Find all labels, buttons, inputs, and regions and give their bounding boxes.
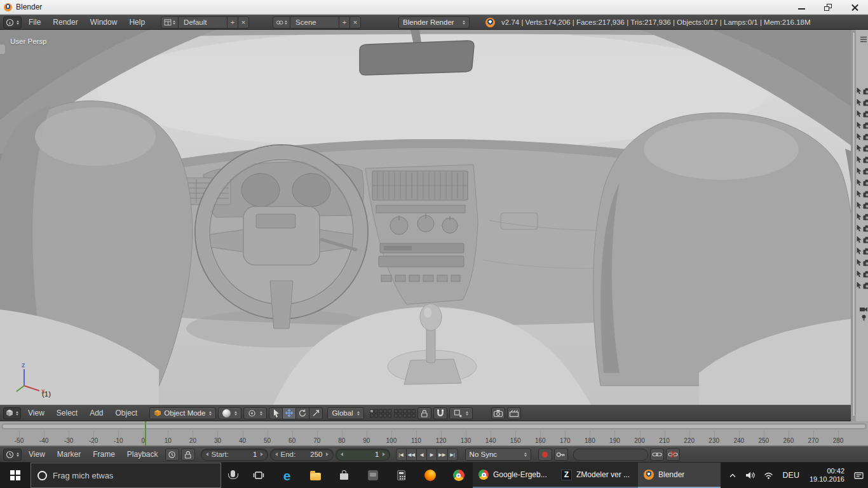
task-zmodeler[interactable]: Z ZModeler ver ... — [555, 463, 638, 488]
timeline-ruler[interactable]: -50-40-30-20-100102030405060708090100110… — [0, 421, 868, 446]
increment-arrow-icon[interactable] — [383, 452, 385, 456]
cortana-search-box[interactable]: Frag mich etwas — [31, 463, 221, 488]
editor-type-selector-timeline[interactable] — [3, 449, 22, 461]
task-blender[interactable]: Blender — [638, 463, 721, 488]
close-button[interactable] — [841, 0, 868, 14]
outliner-row[interactable] — [856, 156, 868, 163]
transform-orientation-selector[interactable]: Global — [327, 407, 363, 419]
manipulator-translate-button[interactable] — [282, 407, 296, 419]
menu-tl-frame[interactable]: Frame — [88, 450, 120, 459]
menu-tl-marker[interactable]: Marker — [52, 450, 86, 459]
snap-toggle[interactable] — [433, 407, 447, 419]
volume-button[interactable] — [741, 463, 759, 488]
screen-layout-add-button[interactable]: + — [227, 17, 238, 29]
taskbar-app-explorer[interactable] — [301, 463, 330, 488]
layer-cell[interactable] — [374, 414, 378, 417]
start-button[interactable] — [0, 463, 31, 488]
opengl-render-animation-button[interactable] — [507, 407, 521, 419]
layer-cell[interactable] — [394, 409, 398, 413]
layer-cell[interactable] — [407, 409, 411, 413]
outliner-row[interactable] — [856, 87, 868, 95]
decrement-arrow-icon[interactable] — [206, 452, 208, 456]
outliner-row[interactable] — [856, 98, 868, 106]
outliner-row[interactable] — [856, 190, 868, 198]
task-chrome-google[interactable]: Google-Ergeb... — [473, 463, 555, 488]
layer-cell[interactable] — [379, 414, 383, 417]
timeline-playhead[interactable] — [145, 421, 146, 445]
menu-window[interactable]: Window — [85, 18, 123, 27]
manipulator-rotate-button[interactable] — [295, 407, 309, 419]
screen-layout-value[interactable]: Default — [178, 17, 227, 29]
playback-button-2[interactable]: ◀ — [416, 449, 427, 461]
playback-button-3[interactable]: ▶ — [426, 449, 437, 461]
timeline-scrollbar-handle[interactable] — [2, 424, 866, 429]
menu-add[interactable]: Add — [85, 409, 108, 417]
tray-chevron-button[interactable] — [724, 463, 741, 488]
playback-button-4[interactable]: ▶▶ — [437, 449, 448, 461]
outliner-row[interactable] — [856, 121, 868, 129]
microphone-button[interactable] — [221, 463, 244, 488]
keying-set-field[interactable] — [573, 449, 648, 461]
scene-browse-button[interactable] — [273, 17, 290, 29]
viewport-3d[interactable]: User Persp (1) z x — [0, 30, 868, 405]
minimize-button[interactable] — [788, 0, 815, 14]
menu-view[interactable]: View — [23, 409, 50, 417]
taskbar-app-store[interactable] — [330, 463, 358, 488]
layer-cell[interactable] — [394, 414, 398, 417]
outliner-editor-icon[interactable] — [860, 34, 867, 45]
manipulator-toggle-button[interactable] — [269, 407, 283, 419]
layer-cell[interactable] — [379, 409, 383, 413]
layer-cell[interactable] — [398, 409, 402, 413]
taskbar-app-edge[interactable]: e — [273, 463, 301, 488]
decrement-arrow-icon[interactable] — [275, 452, 278, 456]
outliner-camera-item[interactable] — [859, 306, 868, 313]
taskbar-app-generic[interactable] — [358, 463, 387, 488]
taskbar-app-chrome[interactable] — [444, 463, 473, 488]
unbind-camera-button[interactable] — [666, 449, 680, 461]
outliner-row[interactable] — [856, 179, 868, 186]
pivot-point-selector[interactable] — [243, 407, 267, 419]
layer-cell[interactable] — [398, 414, 402, 417]
task-view-button[interactable] — [244, 463, 273, 488]
menu-tl-view[interactable]: View — [24, 450, 50, 459]
render-engine-selector[interactable]: Blender Render — [398, 17, 470, 29]
manipulator-scale-button[interactable] — [309, 407, 323, 419]
layer-cell[interactable] — [374, 409, 378, 413]
mode-selector[interactable]: Object Mode — [149, 407, 216, 419]
outliner-row[interactable] — [856, 213, 868, 220]
current-frame-field[interactable]: 1 — [336, 449, 390, 461]
scene-selector[interactable]: Scene + × — [273, 17, 361, 29]
editor-type-selector-3dview[interactable] — [3, 407, 21, 419]
menu-render[interactable]: Render — [48, 18, 83, 27]
playback-button-1[interactable]: ◀◀ — [406, 449, 417, 461]
outliner-row[interactable] — [856, 224, 868, 232]
layer-cell[interactable] — [407, 414, 411, 417]
playback-button-0[interactable]: |◀ — [396, 449, 407, 461]
layer-cell[interactable] — [370, 414, 374, 417]
increment-arrow-icon[interactable] — [261, 452, 263, 456]
outliner-row[interactable] — [856, 247, 868, 255]
outliner-row[interactable] — [856, 144, 868, 152]
frame-start-field[interactable]: Start: 1 — [201, 449, 268, 461]
lock-to-scene-toggle[interactable] — [417, 407, 431, 419]
layer-cell[interactable] — [403, 414, 407, 417]
outliner-lamp-item[interactable] — [860, 313, 867, 321]
outliner-row[interactable] — [856, 133, 868, 140]
playback-button-5[interactable]: ▶| — [447, 449, 458, 461]
viewport-shading-selector[interactable] — [218, 407, 241, 419]
screen-layout-close-button[interactable]: × — [238, 17, 249, 29]
outliner-row[interactable] — [856, 201, 868, 209]
outliner-row[interactable] — [856, 259, 868, 266]
editor-type-selector-info[interactable] — [3, 17, 22, 29]
preview-range-toggle[interactable] — [165, 449, 179, 461]
layer-cell[interactable] — [383, 414, 387, 417]
network-button[interactable] — [759, 463, 778, 488]
opengl-render-image-button[interactable] — [491, 407, 505, 419]
maximize-button[interactable] — [815, 0, 841, 14]
outliner-scrollbar[interactable] — [851, 30, 856, 421]
menu-file[interactable]: File — [24, 18, 46, 27]
decrement-arrow-icon[interactable] — [341, 452, 343, 456]
outliner-row[interactable] — [856, 236, 868, 243]
scene-add-button[interactable]: + — [339, 17, 350, 29]
taskbar-app-calculator[interactable] — [387, 463, 416, 488]
